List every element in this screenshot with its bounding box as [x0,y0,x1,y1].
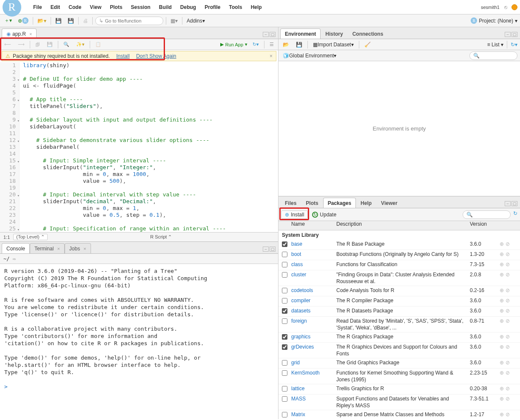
package-checkbox[interactable] [282,412,287,417]
package-checkbox[interactable] [282,386,287,392]
menu-file[interactable]: File [29,3,46,12]
console-output[interactable]: R version 3.6.0 (2019-04-26) -- "Plantin… [0,264,278,419]
package-checkbox[interactable] [282,288,287,293]
addins-button[interactable]: Addins ▾ [185,17,207,25]
package-checkbox[interactable] [282,318,287,324]
environment-search[interactable]: 🔍 [469,51,517,60]
web-icon[interactable]: ⊕ [500,359,504,366]
web-icon[interactable]: ⊕ [500,343,504,350]
console-prompt[interactable]: > [4,383,11,390]
web-icon[interactable]: ⊕ [500,307,504,314]
close-icon[interactable]: × [270,53,273,59]
package-checkbox[interactable] [282,241,287,247]
remove-icon[interactable]: ⊘ [506,251,510,258]
import-dataset-button[interactable]: ▦ Import Dataset ▾ [311,41,355,48]
package-name[interactable]: graphics [290,333,336,340]
install-button[interactable]: ⊕Install [281,210,308,219]
menu-profile[interactable]: Profile [200,3,224,12]
remove-icon[interactable]: ⊘ [506,318,510,324]
package-name[interactable]: lattice [290,385,336,392]
remove-icon[interactable]: ⊘ [506,395,510,402]
remove-icon[interactable]: ⊘ [506,297,510,304]
package-checkbox[interactable] [282,344,287,350]
run-app-button[interactable]: ▶Run App ▾ [220,42,247,47]
package-name[interactable]: KernSmooth [290,369,336,376]
web-icon[interactable]: ⊕ [500,411,504,418]
minimize-icon[interactable]: – [505,201,511,206]
scope-dropdown[interactable]: 🧊 Global Environment ▾ [281,52,338,60]
close-icon[interactable]: × [29,31,32,37]
back-icon[interactable]: ⟵ [3,41,13,48]
menu-debug[interactable]: Debug [176,3,200,12]
maximize-icon[interactable]: ▢ [511,32,517,37]
tab-terminal[interactable]: Terminal× [30,243,65,253]
goto-input[interactable] [105,18,156,23]
package-name[interactable]: cluster [290,271,336,278]
save-icon[interactable]: 💾 [294,41,304,48]
remove-icon[interactable]: ⊘ [506,241,510,247]
wand-icon[interactable]: ✨▾ [74,41,86,48]
project-label[interactable]: Project: (None) [479,18,513,24]
search-icon[interactable]: 🔍 [62,41,71,48]
menu-tools[interactable]: Tools [225,3,247,12]
forward-icon[interactable]: ⟶ [16,41,26,48]
tab-connections[interactable]: Connections [348,28,388,39]
package-name[interactable]: datasets [290,307,336,314]
web-icon[interactable]: ⊕ [500,261,504,268]
package-checkbox[interactable] [282,360,287,366]
menu-plots[interactable]: Plots [105,3,126,12]
remove-icon[interactable]: ⊘ [506,411,510,418]
remove-icon[interactable]: ⊘ [506,369,510,376]
remove-icon[interactable]: ⊘ [506,261,510,268]
new-file-icon[interactable]: ＋▾ [3,16,14,25]
menu-help[interactable]: Help [247,3,266,12]
package-name[interactable]: codetools [290,287,336,294]
remove-icon[interactable]: ⊘ [506,333,510,340]
tab-console[interactable]: Console [2,243,30,253]
package-name[interactable]: MASS [290,395,336,402]
tab-viewer[interactable]: Viewer [376,198,402,208]
menu-code[interactable]: Code [64,3,85,12]
remove-icon[interactable]: ⊘ [506,359,510,366]
package-name[interactable]: grDevices [290,343,336,350]
print-icon[interactable]: 🖨 [81,17,90,25]
minimize-icon[interactable]: – [505,32,511,37]
col-version[interactable]: Version [470,221,500,230]
package-checkbox[interactable] [282,272,287,278]
dont-show-link[interactable]: Don't Show Again [136,53,176,59]
new-project-icon[interactable]: ⊕R [16,17,30,25]
menu-view[interactable]: View [85,3,105,12]
package-name[interactable]: compiler [290,297,336,304]
col-name[interactable]: Name [290,221,336,230]
web-icon[interactable]: ⊕ [500,333,504,340]
remove-icon[interactable]: ⊘ [506,287,510,294]
package-name[interactable]: class [290,261,336,268]
quit-icon[interactable] [511,4,517,10]
package-name[interactable]: boot [290,251,336,258]
package-checkbox[interactable] [282,308,287,314]
web-icon[interactable]: ⊕ [500,241,504,247]
update-button[interactable]: ↻Update [312,212,336,218]
package-checkbox[interactable] [282,396,287,402]
remove-icon[interactable]: ⊘ [506,307,510,314]
remove-icon[interactable]: ⊘ [506,343,510,350]
col-desc[interactable]: Description [336,221,470,230]
web-icon[interactable]: ⊕ [500,287,504,294]
package-name[interactable]: grid [290,359,336,366]
web-icon[interactable]: ⊕ [500,318,504,324]
save-all-icon[interactable]: 💾 [66,17,76,25]
maximize-icon[interactable]: ▢ [511,201,517,206]
source-tab[interactable]: ◉ app.R × [2,28,37,39]
open-file-icon[interactable]: 📂▾ [36,17,48,25]
code-editor[interactable]: 123▾456▾789▾101112▾131415▾1617181920▾212… [0,62,278,232]
scope-dropdown[interactable]: (Top Level) ⌃ [13,234,47,240]
lang-dropdown[interactable]: R Script ⌃ [150,234,172,240]
package-name[interactable]: base [290,241,336,247]
refresh-icon[interactable]: ↻▾ [511,42,517,48]
save-icon[interactable]: 💾 [45,41,54,48]
tab-files[interactable]: Files [280,198,301,208]
remove-icon[interactable]: ⊘ [506,271,510,278]
web-icon[interactable]: ⊕ [500,395,504,402]
packages-list[interactable]: System Library baseThe R Base Package3.6… [278,230,520,419]
menu-session[interactable]: Session [127,3,155,12]
